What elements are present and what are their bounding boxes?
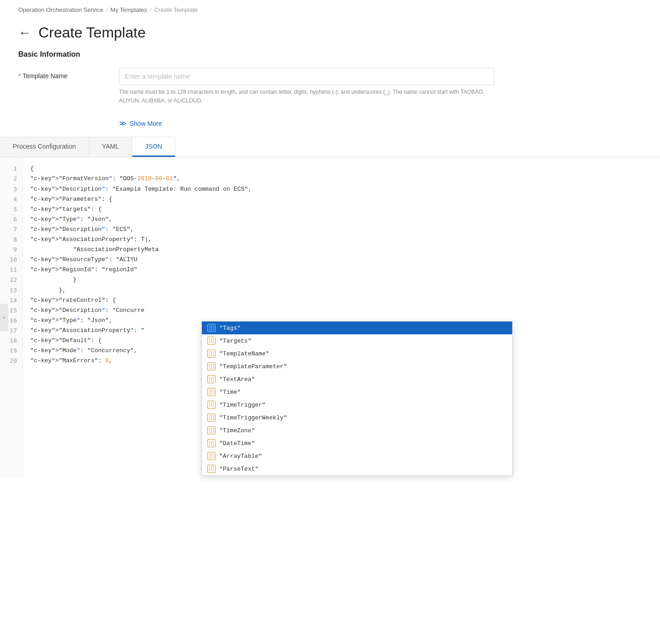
collapse-handle[interactable]: ‹ bbox=[0, 304, 8, 331]
autocomplete-item-label: "TimeZone" bbox=[219, 427, 255, 434]
line-number: 18 bbox=[0, 336, 22, 346]
svg-text:T: T bbox=[211, 327, 213, 330]
svg-text:T: T bbox=[211, 391, 213, 394]
autocomplete-item[interactable]: T"DateTime" bbox=[202, 437, 512, 450]
svg-text:T: T bbox=[211, 416, 213, 420]
svg-text:T: T bbox=[211, 442, 213, 445]
chevron-down-double-icon: ≫ bbox=[119, 119, 127, 128]
line-number: 19 bbox=[0, 346, 22, 356]
code-editor-area: ‹ 1234567891011121314151617181920 { "c-k… bbox=[0, 157, 660, 478]
autocomplete-item-icon: T bbox=[207, 413, 216, 422]
line-number: 10 bbox=[0, 255, 22, 265]
autocomplete-item[interactable]: T"TimeZone" bbox=[202, 424, 512, 437]
breadcrumb-item-3: Create Template bbox=[154, 6, 198, 13]
autocomplete-item-label: "TextArea" bbox=[219, 376, 255, 383]
page-title: Create Template bbox=[38, 24, 146, 41]
autocomplete-item-icon: T bbox=[207, 439, 216, 447]
autocomplete-item-label: "TimeTriggerWeekly" bbox=[219, 414, 287, 421]
autocomplete-item-label: "ArrayTable" bbox=[219, 453, 262, 460]
show-more-label: Show More bbox=[130, 120, 162, 127]
code-line: "c-key">"targets": { bbox=[30, 204, 653, 215]
line-number: 13 bbox=[0, 285, 22, 295]
line-number: 1 bbox=[0, 164, 22, 174]
autocomplete-item-icon: T bbox=[207, 401, 216, 409]
autocomplete-item[interactable]: T"TemplateName" bbox=[202, 347, 512, 360]
tab-process-configuration[interactable]: Process Configuration bbox=[0, 137, 89, 157]
autocomplete-item-label: "Tags" bbox=[219, 325, 241, 332]
template-name-label: Template Name bbox=[22, 72, 67, 80]
code-line: }, bbox=[30, 285, 653, 295]
code-line: "c-key">"Description": "Example Template… bbox=[30, 184, 653, 194]
autocomplete-item-label: "TemplateName" bbox=[219, 350, 269, 357]
autocomplete-item[interactable]: T"Time" bbox=[202, 386, 512, 398]
autocomplete-item[interactable]: T"TemplateParameter" bbox=[202, 360, 512, 373]
line-number: 7 bbox=[0, 225, 22, 235]
autocomplete-item-icon: T bbox=[207, 324, 216, 332]
svg-text:T: T bbox=[211, 378, 213, 381]
autocomplete-item[interactable]: T"TimeTrigger" bbox=[202, 398, 512, 411]
code-line: "c-key">"Parameters": { bbox=[30, 194, 653, 204]
svg-text:T: T bbox=[211, 467, 213, 471]
svg-text:T: T bbox=[211, 365, 213, 369]
autocomplete-item-icon: T bbox=[207, 426, 216, 435]
line-number: 4 bbox=[0, 194, 22, 204]
page-title-row: ← Create Template bbox=[0, 20, 660, 50]
code-line: "c-key">"RegionId": "regionId" bbox=[30, 265, 653, 275]
code-line: { bbox=[30, 164, 653, 174]
autocomplete-item[interactable]: T"TextArea" bbox=[202, 373, 512, 386]
autocomplete-item[interactable]: T"Targets" bbox=[202, 334, 512, 347]
breadcrumb-sep-2: / bbox=[150, 6, 151, 13]
svg-text:T: T bbox=[211, 403, 213, 407]
autocomplete-item-icon: T bbox=[207, 452, 216, 460]
code-line: "c-key">"Description": "Concurre bbox=[30, 306, 653, 316]
template-name-label-wrapper: * Template Name bbox=[18, 68, 119, 80]
breadcrumb-item-2[interactable]: My Templates bbox=[110, 6, 147, 13]
line-number: 8 bbox=[0, 235, 22, 245]
template-name-input-area: The name must be 1 to 128 characters in … bbox=[119, 68, 642, 105]
line-number: 6 bbox=[0, 215, 22, 225]
autocomplete-item-icon: T bbox=[207, 362, 216, 370]
autocomplete-item-label: "Time" bbox=[219, 389, 241, 396]
back-button[interactable]: ← bbox=[18, 27, 31, 39]
template-name-row: * Template Name The name must be 1 to 12… bbox=[0, 68, 660, 105]
line-number: 2 bbox=[0, 174, 22, 184]
breadcrumb-item-1[interactable]: Operation Orchestration Service bbox=[18, 6, 103, 13]
show-more-row: ≫ Show More bbox=[0, 110, 660, 137]
autocomplete-item-label: "TimeTrigger" bbox=[219, 402, 265, 408]
autocomplete-item-icon: T bbox=[207, 388, 216, 396]
autocomplete-item-label: "DateTime" bbox=[219, 440, 255, 447]
code-line: "c-key">"Type": "Json", bbox=[30, 215, 653, 225]
code-line: } bbox=[30, 275, 653, 285]
collapse-icon: ‹ bbox=[3, 314, 5, 321]
show-more-button[interactable]: ≫ Show More bbox=[119, 119, 162, 128]
autocomplete-item[interactable]: T"TimeTriggerWeekly" bbox=[202, 411, 512, 424]
svg-text:T: T bbox=[211, 429, 213, 433]
code-line: "c-key">"FormatVersion": "OOS-2019-06-01… bbox=[30, 174, 653, 184]
tabs-container: Process Configuration YAML JSON bbox=[0, 137, 660, 157]
tab-yaml[interactable]: YAML bbox=[89, 137, 132, 157]
autocomplete-item[interactable]: T"ParseText" bbox=[202, 462, 512, 475]
autocomplete-item[interactable]: T"ArrayTable" bbox=[202, 450, 512, 462]
template-name-hint: The name must be 1 to 128 characters in … bbox=[119, 88, 494, 105]
line-number: 9 bbox=[0, 245, 22, 255]
line-number: 12 bbox=[0, 275, 22, 285]
autocomplete-item-icon: T bbox=[207, 465, 216, 473]
code-line: "AssociationPropertyMeta bbox=[30, 245, 653, 255]
required-star: * bbox=[18, 72, 21, 80]
autocomplete-item-label: "Targets" bbox=[219, 338, 251, 344]
svg-text:T: T bbox=[211, 352, 213, 356]
svg-text:T: T bbox=[211, 339, 213, 343]
page-container: Operation Orchestration Service / My Tem… bbox=[0, 0, 660, 644]
svg-text:T: T bbox=[211, 455, 213, 458]
autocomplete-item-label: "ParseText" bbox=[219, 466, 259, 472]
autocomplete-item-label: "TemplateParameter" bbox=[219, 363, 287, 370]
autocomplete-item-icon: T bbox=[207, 349, 216, 358]
code-line: "c-key">"ResourceType": "ALIYU bbox=[30, 255, 653, 265]
template-name-input[interactable] bbox=[119, 68, 494, 85]
autocomplete-item[interactable]: T"Tags" bbox=[202, 322, 512, 334]
autocomplete-item-icon: T bbox=[207, 375, 216, 383]
tab-json[interactable]: JSON bbox=[132, 137, 175, 157]
section-title: Basic Information bbox=[0, 50, 660, 68]
code-line: "c-key">"rateControl": { bbox=[30, 295, 653, 306]
autocomplete-dropdown[interactable]: T"Tags"T"Targets"T"TemplateName"T"Templa… bbox=[201, 321, 513, 476]
